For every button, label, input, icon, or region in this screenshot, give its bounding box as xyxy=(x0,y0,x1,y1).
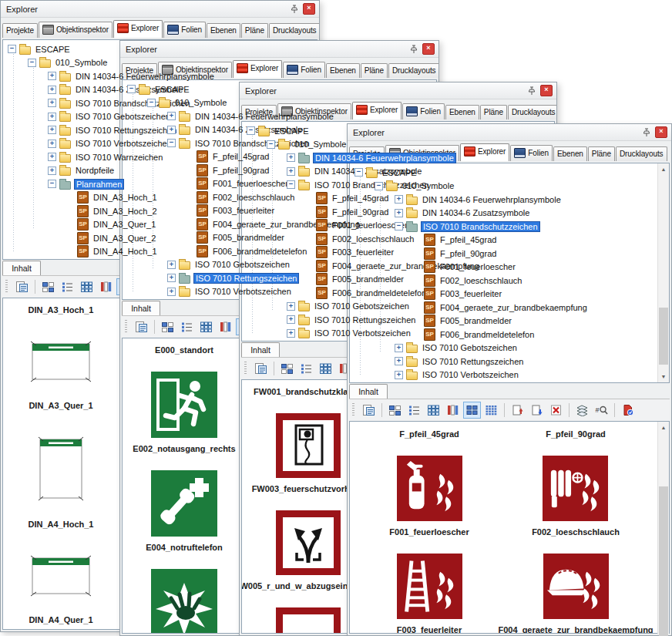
preview-icon[interactable] xyxy=(13,278,31,295)
expand-icon[interactable] xyxy=(167,261,176,269)
tab-pl-ne[interactable]: Pläne xyxy=(588,146,615,161)
pin-icon[interactable] xyxy=(642,128,651,137)
list-icon[interactable] xyxy=(297,360,315,377)
tree-item[interactable]: 010_Symbole xyxy=(3,56,317,70)
close-button[interactable] xyxy=(655,126,667,138)
pin-icon[interactable] xyxy=(527,86,536,96)
tree-item[interactable]: SPF006_brandmeldetelefon xyxy=(350,328,669,342)
preview-icon[interactable] xyxy=(133,318,150,335)
tab-inhalt[interactable]: Inhalt xyxy=(122,301,160,315)
expand-icon[interactable] xyxy=(48,153,56,161)
tree-item[interactable]: ISO 7010 Rettungszeichen xyxy=(350,355,669,368)
import-icon[interactable] xyxy=(509,402,526,419)
content-item[interactable]: DIN_A3_Hoch_1 xyxy=(29,305,94,315)
content-item[interactable]: F003_feuerleiter xyxy=(397,554,462,634)
scroll-down-icon[interactable] xyxy=(658,371,669,382)
collapse-icon[interactable] xyxy=(28,59,36,67)
tab-inhalt[interactable]: Inhalt xyxy=(2,261,41,275)
collapse-icon[interactable] xyxy=(267,140,275,149)
tree-scrollbar[interactable] xyxy=(657,163,669,382)
layers-icon[interactable] xyxy=(573,402,591,419)
report-icon[interactable] xyxy=(619,402,637,419)
tree-item[interactable]: DIN 14034-6 Feuerwehrplansymbole xyxy=(3,69,317,83)
collapse-icon[interactable] xyxy=(247,126,255,135)
columns-icon[interactable] xyxy=(444,402,462,419)
tree-item[interactable]: ISO 7010 Verbotszeichen xyxy=(350,368,669,382)
grid-icon[interactable] xyxy=(317,360,334,377)
grid-icon[interactable] xyxy=(78,278,96,295)
scroll-thumb[interactable] xyxy=(659,486,668,636)
expand-icon[interactable] xyxy=(167,288,176,296)
content-item[interactable]: F002_loeschschlauch xyxy=(532,456,620,537)
expand-icon[interactable] xyxy=(395,357,403,365)
tree-item[interactable]: 010_Symbole xyxy=(350,180,669,193)
collapse-icon[interactable] xyxy=(48,180,56,188)
collapse-icon[interactable] xyxy=(167,139,176,147)
content-item[interactable] xyxy=(151,569,217,634)
expand-icon[interactable] xyxy=(287,315,295,324)
tree-item[interactable]: DIN 14034-6 Feuerwehrplansymbole xyxy=(350,193,669,207)
close-button[interactable] xyxy=(540,85,553,96)
collapse-icon[interactable] xyxy=(127,85,136,93)
scroll-up-icon[interactable] xyxy=(658,422,669,433)
expand-icon[interactable] xyxy=(167,126,176,134)
content-item[interactable]: DIN_A3_Quer_1 xyxy=(29,341,92,410)
columns-icon[interactable] xyxy=(97,278,115,295)
tree-item[interactable]: ESCAPE xyxy=(123,82,436,96)
thumbnails-icon[interactable] xyxy=(39,278,57,295)
expand-icon[interactable] xyxy=(395,344,403,352)
content-item[interactable] xyxy=(276,607,341,634)
tab-folien[interactable]: Folien xyxy=(163,22,206,38)
content-item[interactable]: E000_standort xyxy=(155,345,213,355)
expand-icon[interactable] xyxy=(287,153,295,162)
expand-icon[interactable] xyxy=(167,274,176,282)
tree-item[interactable]: ESCAPE xyxy=(350,166,669,180)
grid-dense-icon[interactable] xyxy=(482,402,500,419)
tree-item[interactable]: DIN 14034-6 Feuerwehrplansymbole xyxy=(242,151,554,165)
tab-ebenen[interactable]: Ebenen xyxy=(553,146,587,161)
tab-inhalt[interactable]: Inhalt xyxy=(241,342,280,357)
expand-icon[interactable] xyxy=(48,99,56,107)
tab-explorer[interactable]: Explorer xyxy=(113,20,163,38)
expand-icon[interactable] xyxy=(48,140,56,148)
collapse-icon[interactable] xyxy=(8,45,16,53)
content-item[interactable]: E002_notausgang_rechts xyxy=(133,372,235,453)
scroll-up-icon[interactable] xyxy=(658,163,669,175)
tree-item[interactable]: 010_Symbole xyxy=(123,96,436,110)
collapse-icon[interactable] xyxy=(375,182,383,190)
tab-ebenen[interactable]: Ebenen xyxy=(326,63,360,78)
collapse-icon[interactable] xyxy=(395,222,403,231)
tree-item[interactable]: SPF_pfeil_45grad xyxy=(350,234,669,247)
tab-objektinspektor[interactable]: Objektinspektor xyxy=(39,22,113,38)
tree-item[interactable]: DIN 14034-6 Zusatzsymbole xyxy=(350,207,669,220)
grid-icon[interactable] xyxy=(197,318,215,335)
tab-pl-ne[interactable]: Pläne xyxy=(361,63,388,78)
expand-icon[interactable] xyxy=(287,167,295,176)
expand-icon[interactable] xyxy=(287,329,295,338)
tree-item[interactable]: SPF001_feuerloescher xyxy=(350,261,669,274)
pin-icon[interactable] xyxy=(290,5,299,14)
expand-icon[interactable] xyxy=(48,72,56,80)
scroll-thumb[interactable] xyxy=(659,308,668,365)
tree-item[interactable]: ISO 7010 Warnzeichen xyxy=(350,382,669,383)
tab-pl-ne[interactable]: Pläne xyxy=(480,105,507,119)
content-item[interactable]: F001_feuerloescher xyxy=(389,456,469,537)
content-item[interactable]: F_pfeil_45grad xyxy=(399,429,459,439)
content-item[interactable]: DIN_A4_Hoch_1 xyxy=(29,436,94,529)
list-icon[interactable] xyxy=(405,402,423,419)
content-item[interactable]: E004_notruftelefon xyxy=(146,470,223,552)
content-item[interactable]: F004_geraete_zur_brandbekaempfung xyxy=(498,554,653,634)
expand-icon[interactable] xyxy=(167,112,176,120)
delete-icon[interactable] xyxy=(547,402,565,419)
tree-item[interactable]: ISO 7010 Gebotszeichen xyxy=(350,342,669,355)
expand-icon[interactable] xyxy=(48,86,56,94)
close-button[interactable] xyxy=(303,3,315,15)
columns-icon[interactable] xyxy=(217,318,234,335)
tree-item[interactable]: SPF_pfeil_90grad xyxy=(350,247,669,261)
export-icon[interactable] xyxy=(528,402,546,419)
tab-drucklayouts[interactable]: Drucklayouts xyxy=(388,63,438,78)
collapse-icon[interactable] xyxy=(354,168,363,177)
tab-drucklayouts[interactable]: Drucklayouts xyxy=(508,105,556,119)
expand-icon[interactable] xyxy=(395,371,403,379)
content-scrollbar[interactable] xyxy=(657,422,669,634)
